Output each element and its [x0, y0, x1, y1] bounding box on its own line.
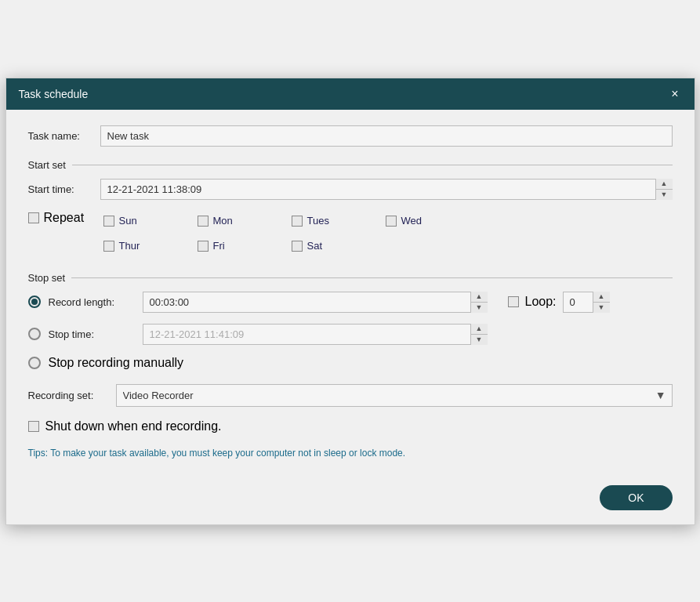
stop-time-label: Stop time: — [49, 328, 135, 340]
stop-time-radio[interactable] — [28, 328, 41, 340]
start-time-row: Start time: ▲ ▼ — [28, 179, 673, 200]
stop-manual-row: Stop recording manually — [28, 356, 673, 370]
day-tues: Tues — [292, 215, 386, 227]
day-sat-checkbox[interactable] — [292, 241, 303, 252]
record-length-label: Record length: — [49, 296, 135, 308]
day-wed-label: Wed — [401, 215, 423, 227]
record-length-spinner: ▲ ▼ — [143, 292, 488, 313]
loop-spinners: ▲ ▼ — [593, 292, 610, 313]
stop-manually-label: Stop recording manually — [49, 356, 184, 370]
day-sat: Sat — [292, 240, 386, 252]
dialog-footer: OK — [6, 474, 695, 524]
day-sun-checkbox[interactable] — [103, 216, 114, 227]
day-wed-checkbox[interactable] — [386, 216, 397, 227]
recording-set-select-wrap: Video Recorder ▼ — [116, 384, 673, 407]
stop-set-line — [71, 277, 672, 278]
start-set-label: Start set — [28, 159, 66, 171]
day-sun-label: Sun — [119, 215, 137, 227]
day-thur-label: Thur — [119, 240, 140, 252]
record-length-spinners: ▲ ▼ — [470, 292, 488, 313]
task-name-row: Task name: — [28, 125, 673, 147]
title-bar: Task schedule × — [6, 78, 695, 110]
loop-checkbox[interactable] — [508, 296, 519, 307]
start-set-line — [72, 165, 673, 165]
day-fri-label: Fri — [213, 240, 225, 252]
stop-time-down[interactable]: ▼ — [471, 335, 488, 345]
record-length-down[interactable]: ▼ — [471, 303, 488, 313]
repeat-label: Repeat — [44, 211, 85, 225]
ok-button[interactable]: OK — [600, 485, 672, 510]
day-mon-label: Mon — [213, 215, 233, 227]
loop-spinner: ▲ ▼ — [563, 292, 610, 313]
start-time-up[interactable]: ▲ — [656, 179, 673, 190]
task-schedule-dialog: Task schedule × Task name: Start set Sta… — [5, 78, 695, 525]
stop-set-section: Stop set — [28, 272, 673, 284]
start-time-input[interactable] — [100, 179, 673, 200]
record-length-radio[interactable] — [28, 296, 41, 308]
day-fri: Fri — [198, 240, 292, 252]
repeat-label-wrap: Repeat — [28, 211, 91, 225]
recording-set-row: Recording set: Video Recorder ▼ — [28, 384, 673, 407]
start-set-section: Start set — [28, 159, 673, 171]
days-grid: Sun Mon Tues Wed Thur — [103, 209, 480, 258]
stop-time-spinner: ▲ ▼ — [143, 324, 488, 345]
day-tues-label: Tues — [307, 215, 329, 227]
shutdown-checkbox[interactable] — [28, 421, 39, 432]
start-time-down[interactable]: ▼ — [656, 190, 673, 200]
start-time-label: Start time: — [28, 183, 91, 195]
stop-time-up[interactable]: ▲ — [471, 324, 488, 335]
stop-manually-radio[interactable] — [28, 357, 41, 369]
loop-up[interactable]: ▲ — [593, 292, 610, 303]
day-wed: Wed — [386, 215, 480, 227]
recording-set-label: Recording set: — [28, 390, 107, 401]
dialog-title: Task schedule — [19, 88, 89, 100]
dialog-body: Task name: Start set Start time: ▲ ▼ Rep… — [6, 110, 695, 474]
stop-set-label: Stop set — [28, 272, 66, 284]
tips-text: Tips: To make your task available, you m… — [28, 448, 673, 459]
loop-wrap: Loop: ▲ ▼ — [508, 292, 610, 313]
repeat-checkbox[interactable] — [28, 212, 39, 223]
day-mon-checkbox[interactable] — [198, 216, 209, 227]
day-thur-checkbox[interactable] — [103, 241, 114, 252]
start-time-spinners: ▲ ▼ — [655, 179, 673, 200]
day-thur: Thur — [103, 240, 198, 252]
record-length-up[interactable]: ▲ — [471, 292, 488, 303]
day-mon: Mon — [198, 215, 292, 227]
day-tues-checkbox[interactable] — [292, 216, 303, 227]
close-button[interactable]: × — [668, 86, 681, 102]
loop-label: Loop: — [525, 295, 557, 309]
day-sun: Sun — [103, 215, 198, 227]
stop-time-spinners: ▲ ▼ — [470, 324, 488, 345]
record-length-row: Record length: ▲ ▼ Loop: ▲ ▼ — [28, 292, 673, 313]
stop-time-row: Stop time: ▲ ▼ — [28, 324, 673, 345]
task-name-input[interactable] — [100, 125, 673, 147]
day-fri-checkbox[interactable] — [198, 241, 209, 252]
task-name-label: Task name: — [28, 130, 91, 142]
start-time-spinner: ▲ ▼ — [100, 179, 673, 200]
repeat-row: Repeat Sun Mon Tues Wed — [28, 209, 673, 258]
recording-set-select[interactable]: Video Recorder — [116, 384, 673, 407]
shutdown-row: Shut down when end recording. — [28, 419, 673, 433]
loop-down[interactable]: ▼ — [593, 303, 610, 313]
record-length-input[interactable] — [143, 292, 488, 313]
stop-time-input[interactable] — [143, 324, 488, 345]
day-sat-label: Sat — [307, 240, 323, 252]
shutdown-label: Shut down when end recording. — [45, 419, 222, 433]
